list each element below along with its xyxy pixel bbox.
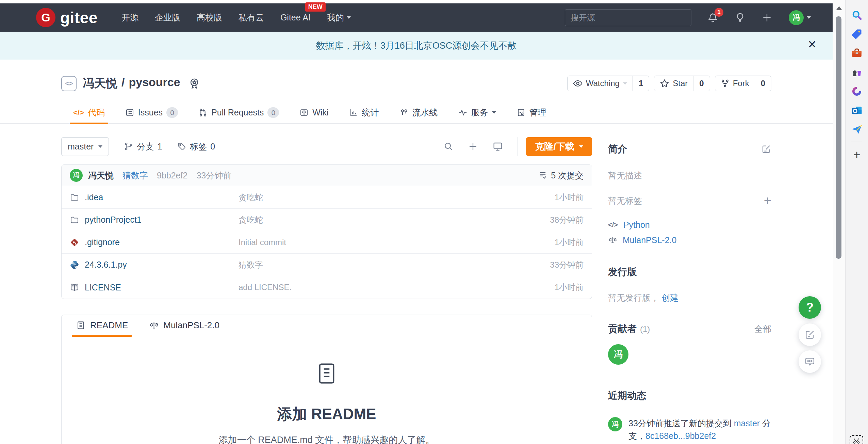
banner-close-button[interactable]: ×: [808, 37, 816, 51]
star-button[interactable]: Star: [654, 76, 693, 91]
tab-pipelines-label: 流水线: [412, 107, 438, 118]
tab-manage-label: 管理: [529, 107, 546, 118]
tab-pull-requests[interactable]: Pull Requests 0: [198, 102, 279, 124]
table-row[interactable]: pythonProject1 贪吃蛇 38分钟前: [62, 209, 592, 231]
file-commit-message[interactable]: add LICENSE.: [239, 283, 526, 292]
comment-floating-button[interactable]: [799, 350, 821, 373]
star-count[interactable]: 0: [693, 76, 709, 91]
repo-name-link[interactable]: pysource: [129, 76, 180, 91]
search-files-button[interactable]: [443, 141, 454, 152]
file-link[interactable]: .gitignore: [85, 237, 120, 247]
repo-owner-link[interactable]: 冯天悦: [83, 76, 117, 91]
create-release-link[interactable]: 创建: [661, 293, 678, 302]
clone-download-button[interactable]: 克隆/下载: [526, 137, 592, 156]
browser-scrollbar[interactable]: [833, 0, 845, 444]
fork-count[interactable]: 0: [755, 76, 771, 91]
menu-item-education[interactable]: 高校版: [197, 12, 222, 23]
branch-selector[interactable]: master: [61, 137, 109, 156]
menu-item-enterprise[interactable]: 企业版: [155, 12, 180, 23]
feedback-floating-button[interactable]: [799, 323, 821, 346]
drop-paper-plane-icon[interactable]: [846, 120, 868, 139]
tab-statistics[interactable]: 统计: [349, 102, 379, 124]
shopping-tag-icon[interactable]: [846, 25, 868, 44]
customize-sidebar-button[interactable]: +: [846, 145, 868, 164]
table-row[interactable]: .gitignore Initial commit 1小时前: [62, 231, 592, 254]
tab-license[interactable]: MulanPSL-2.0: [149, 315, 219, 336]
games-chess-icon[interactable]: [846, 63, 868, 82]
scrollbar-thumb[interactable]: [836, 16, 841, 259]
tab-readme[interactable]: README: [76, 315, 128, 336]
file-link[interactable]: pythonProject1: [85, 215, 142, 225]
gitee-page: G gitee 开源 企业版 高校版 私有云 Gitee AI NEW 我的: [0, 0, 833, 444]
menu-item-private-cloud[interactable]: 私有云: [239, 12, 264, 23]
license-row: MulanPSL-2.0: [608, 235, 771, 245]
watch-button[interactable]: Watching: [568, 76, 633, 91]
tab-services[interactable]: 服务: [458, 102, 496, 124]
tab-code-label: 代码: [88, 107, 105, 118]
commit-range-link[interactable]: 8c168eb...9bb2ef2: [645, 431, 716, 441]
tab-issues[interactable]: Issues 0: [125, 102, 178, 124]
tab-pipelines[interactable]: 流水线: [399, 102, 438, 124]
fork-button[interactable]: Fork: [715, 76, 755, 91]
commit-author-avatar[interactable]: 冯: [70, 169, 83, 182]
add-tag-button[interactable]: +: [764, 194, 771, 207]
clipboard-icon: [315, 361, 338, 386]
search-input[interactable]: [565, 9, 691, 26]
watch-count[interactable]: 1: [633, 76, 649, 91]
web-ide-button[interactable]: [492, 141, 503, 152]
scrollbar-up-arrow[interactable]: [836, 6, 842, 10]
outlook-icon[interactable]: [846, 101, 868, 120]
commit-message-link[interactable]: 猜数字: [122, 170, 148, 181]
notifications-button[interactable]: 1: [707, 12, 719, 23]
contributors-all-link[interactable]: 全部: [754, 323, 771, 335]
file-table: 冯 冯天悦 猜数字 9bb2ef2 33分钟前: [61, 164, 592, 299]
branches-link[interactable]: 分支 1: [124, 141, 162, 152]
file-commit-message[interactable]: 贪吃蛇: [239, 215, 526, 225]
activity-avatar[interactable]: 冯: [608, 417, 622, 431]
screenshot-snip-icon[interactable]: [850, 435, 863, 444]
license-link[interactable]: MulanPSL-2.0: [623, 235, 676, 245]
releases-empty-row: 暂无发行版， 创建: [608, 292, 771, 303]
user-menu[interactable]: 冯: [789, 10, 811, 25]
announcement-link[interactable]: 数据库，开炫！3月16日北京OSC源创会不见不散: [316, 39, 517, 52]
gitee-logo[interactable]: G gitee: [36, 8, 98, 27]
tips-button[interactable]: [734, 12, 746, 23]
tags-link[interactable]: 标签 0: [177, 141, 215, 152]
menu-item-gitee-ai[interactable]: Gitee AI NEW: [280, 13, 311, 22]
branch-link[interactable]: master: [734, 418, 760, 428]
tab-wiki[interactable]: Wiki: [299, 102, 328, 124]
table-row[interactable]: LICENSE add LICENSE. 1小时前: [62, 276, 592, 299]
tools-toolbox-icon[interactable]: [846, 44, 868, 63]
tab-code[interactable]: </> 代码: [73, 102, 105, 124]
table-row[interactable]: .idea 贪吃蛇 1小时前: [62, 186, 592, 209]
file-link[interactable]: .idea: [85, 192, 103, 202]
file-commit-message[interactable]: Initial commit: [239, 238, 526, 247]
menu-item-mine[interactable]: 我的: [327, 12, 351, 23]
tab-manage[interactable]: 管理: [517, 102, 546, 124]
language-link[interactable]: Python: [623, 220, 650, 230]
file-commit-time: 1小时前: [526, 192, 584, 203]
menu-item-opensource[interactable]: 开源: [121, 12, 138, 23]
readme-heading: 添加 README: [62, 404, 592, 424]
file-link[interactable]: LICENSE: [85, 283, 121, 292]
file-commit-message[interactable]: 贪吃蛇: [239, 192, 526, 203]
file-link[interactable]: 24.3.6.1.py: [85, 260, 127, 270]
gitee-logo-icon: G: [36, 8, 55, 27]
repo-tabs: </> 代码 Issues 0: [0, 102, 833, 124]
create-new-button[interactable]: [761, 12, 772, 23]
table-row[interactable]: 24.3.6.1.py 猜数字 33分钟前: [62, 254, 592, 276]
browser-search-icon[interactable]: [846, 5, 868, 25]
commits-count-link[interactable]: 5 次提交: [538, 170, 584, 181]
commit-author-link[interactable]: 冯天悦: [88, 170, 114, 181]
repo-actions: Watching 1 Star: [567, 76, 771, 91]
commit-sha[interactable]: 9bb2ef2: [157, 171, 187, 180]
contributor-avatar[interactable]: 冯: [608, 344, 628, 365]
edit-about-button[interactable]: [761, 144, 771, 154]
help-floating-button[interactable]: ?: [799, 296, 821, 319]
medal-icon[interactable]: [188, 77, 201, 90]
tab-issues-label: Issues: [138, 108, 163, 117]
browser-side-panel: +: [845, 0, 868, 444]
microsoft-365-icon[interactable]: [846, 82, 868, 101]
file-commit-message[interactable]: 猜数字: [239, 259, 526, 270]
new-file-button[interactable]: [468, 141, 478, 152]
